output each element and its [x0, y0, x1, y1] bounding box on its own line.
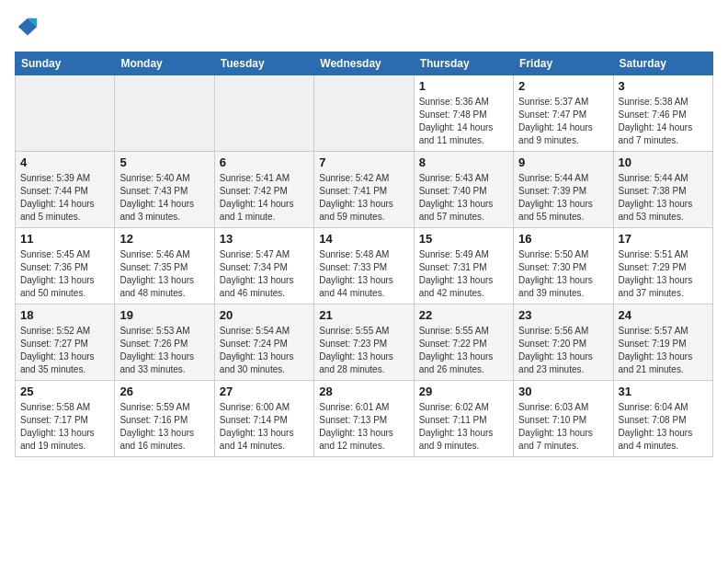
calendar-cell: 6Sunrise: 5:41 AM Sunset: 7:42 PM Daylig… [214, 152, 313, 228]
day-info: Sunrise: 5:50 AM Sunset: 7:30 PM Dayligh… [518, 248, 608, 300]
calendar-cell: 24Sunrise: 5:57 AM Sunset: 7:19 PM Dayli… [613, 304, 712, 381]
day-number: 12 [119, 232, 209, 246]
day-info: Sunrise: 5:47 AM Sunset: 7:34 PM Dayligh… [220, 248, 309, 300]
calendar-week-row: 11Sunrise: 5:45 AM Sunset: 7:36 PM Dayli… [16, 228, 713, 304]
calendar-cell: 12Sunrise: 5:46 AM Sunset: 7:35 PM Dayli… [115, 228, 214, 304]
day-info: Sunrise: 5:52 AM Sunset: 7:27 PM Dayligh… [20, 325, 109, 376]
day-number: 20 [220, 308, 309, 322]
calendar-cell: 9Sunrise: 5:44 AM Sunset: 7:39 PM Daylig… [514, 152, 613, 228]
calendar-cell [115, 75, 214, 152]
day-info: Sunrise: 6:02 AM Sunset: 7:11 PM Dayligh… [419, 401, 508, 453]
day-number: 14 [319, 232, 408, 246]
day-info: Sunrise: 5:41 AM Sunset: 7:42 PM Dayligh… [220, 172, 309, 224]
day-number: 6 [220, 155, 309, 169]
day-info: Sunrise: 5:42 AM Sunset: 7:41 PM Dayligh… [319, 172, 408, 224]
day-info: Sunrise: 5:51 AM Sunset: 7:29 PM Dayligh… [619, 248, 708, 300]
calendar-header: SundayMondayTuesdayWednesdayThursdayFrid… [16, 52, 713, 75]
calendar-cell: 13Sunrise: 5:47 AM Sunset: 7:34 PM Dayli… [214, 228, 313, 304]
day-info: Sunrise: 5:37 AM Sunset: 7:47 PM Dayligh… [518, 96, 608, 147]
day-info: Sunrise: 5:44 AM Sunset: 7:38 PM Dayligh… [619, 172, 708, 224]
weekday-row: SundayMondayTuesdayWednesdayThursdayFrid… [16, 52, 713, 75]
day-info: Sunrise: 5:38 AM Sunset: 7:46 PM Dayligh… [619, 96, 708, 147]
logo-icon [15, 15, 40, 40]
day-number: 7 [319, 155, 408, 169]
logo [15, 15, 44, 40]
weekday-header: Monday [115, 52, 214, 75]
day-number: 16 [518, 232, 608, 246]
calendar-cell: 30Sunrise: 6:03 AM Sunset: 7:10 PM Dayli… [514, 381, 613, 457]
day-number: 27 [220, 385, 309, 398]
calendar-cell: 29Sunrise: 6:02 AM Sunset: 7:11 PM Dayli… [414, 381, 513, 457]
day-number: 29 [419, 385, 508, 398]
day-number: 10 [619, 155, 708, 169]
calendar: SundayMondayTuesdayWednesdayThursdayFrid… [15, 52, 713, 457]
day-number: 28 [319, 385, 408, 398]
calendar-cell: 20Sunrise: 5:54 AM Sunset: 7:24 PM Dayli… [214, 304, 313, 381]
weekday-header: Tuesday [214, 52, 313, 75]
day-number: 31 [619, 385, 708, 398]
calendar-cell: 17Sunrise: 5:51 AM Sunset: 7:29 PM Dayli… [613, 228, 712, 304]
calendar-cell: 8Sunrise: 5:43 AM Sunset: 7:40 PM Daylig… [414, 152, 513, 228]
day-info: Sunrise: 5:40 AM Sunset: 7:43 PM Dayligh… [119, 172, 209, 224]
day-info: Sunrise: 5:55 AM Sunset: 7:22 PM Dayligh… [419, 325, 508, 376]
day-number: 2 [518, 79, 608, 93]
calendar-cell: 11Sunrise: 5:45 AM Sunset: 7:36 PM Dayli… [16, 228, 115, 304]
calendar-week-row: 18Sunrise: 5:52 AM Sunset: 7:27 PM Dayli… [16, 304, 713, 381]
weekday-header: Wednesday [314, 52, 414, 75]
calendar-cell [16, 75, 115, 152]
day-number: 23 [518, 308, 608, 322]
day-info: Sunrise: 5:46 AM Sunset: 7:35 PM Dayligh… [119, 248, 209, 300]
calendar-cell: 4Sunrise: 5:39 AM Sunset: 7:44 PM Daylig… [16, 152, 115, 228]
weekday-header: Saturday [613, 52, 712, 75]
day-info: Sunrise: 5:57 AM Sunset: 7:19 PM Dayligh… [619, 325, 708, 376]
calendar-cell [314, 75, 414, 152]
day-info: Sunrise: 5:53 AM Sunset: 7:26 PM Dayligh… [119, 325, 209, 376]
day-number: 13 [220, 232, 309, 246]
day-number: 1 [419, 79, 508, 93]
calendar-cell: 28Sunrise: 6:01 AM Sunset: 7:13 PM Dayli… [314, 381, 414, 457]
day-info: Sunrise: 5:45 AM Sunset: 7:36 PM Dayligh… [20, 248, 109, 300]
day-number: 21 [319, 308, 408, 322]
day-number: 17 [619, 232, 708, 246]
day-number: 3 [619, 79, 708, 93]
weekday-header: Thursday [414, 52, 513, 75]
day-info: Sunrise: 5:48 AM Sunset: 7:33 PM Dayligh… [319, 248, 408, 300]
calendar-cell: 5Sunrise: 5:40 AM Sunset: 7:43 PM Daylig… [115, 152, 214, 228]
calendar-cell: 14Sunrise: 5:48 AM Sunset: 7:33 PM Dayli… [314, 228, 414, 304]
calendar-cell: 27Sunrise: 6:00 AM Sunset: 7:14 PM Dayli… [214, 381, 313, 457]
day-number: 9 [518, 155, 608, 169]
calendar-week-row: 25Sunrise: 5:58 AM Sunset: 7:17 PM Dayli… [16, 381, 713, 457]
calendar-cell: 23Sunrise: 5:56 AM Sunset: 7:20 PM Dayli… [514, 304, 613, 381]
calendar-cell: 15Sunrise: 5:49 AM Sunset: 7:31 PM Dayli… [414, 228, 513, 304]
day-info: Sunrise: 6:04 AM Sunset: 7:08 PM Dayligh… [619, 401, 708, 453]
day-info: Sunrise: 5:36 AM Sunset: 7:48 PM Dayligh… [419, 96, 508, 147]
day-number: 15 [419, 232, 508, 246]
calendar-week-row: 1Sunrise: 5:36 AM Sunset: 7:48 PM Daylig… [16, 75, 713, 152]
day-info: Sunrise: 5:58 AM Sunset: 7:17 PM Dayligh… [20, 401, 109, 453]
day-number: 30 [518, 385, 608, 398]
day-info: Sunrise: 6:01 AM Sunset: 7:13 PM Dayligh… [319, 401, 408, 453]
day-number: 22 [419, 308, 508, 322]
calendar-cell: 22Sunrise: 5:55 AM Sunset: 7:22 PM Dayli… [414, 304, 513, 381]
weekday-header: Sunday [16, 52, 115, 75]
day-number: 5 [119, 155, 209, 169]
day-number: 26 [119, 385, 209, 398]
day-info: Sunrise: 5:59 AM Sunset: 7:16 PM Dayligh… [119, 401, 209, 453]
day-number: 8 [419, 155, 508, 169]
day-info: Sunrise: 5:44 AM Sunset: 7:39 PM Dayligh… [518, 172, 608, 224]
day-info: Sunrise: 5:55 AM Sunset: 7:23 PM Dayligh… [319, 325, 408, 376]
calendar-cell: 7Sunrise: 5:42 AM Sunset: 7:41 PM Daylig… [314, 152, 414, 228]
day-info: Sunrise: 5:56 AM Sunset: 7:20 PM Dayligh… [518, 325, 608, 376]
calendar-week-row: 4Sunrise: 5:39 AM Sunset: 7:44 PM Daylig… [16, 152, 713, 228]
calendar-cell: 26Sunrise: 5:59 AM Sunset: 7:16 PM Dayli… [115, 381, 214, 457]
calendar-cell: 19Sunrise: 5:53 AM Sunset: 7:26 PM Dayli… [115, 304, 214, 381]
day-number: 24 [619, 308, 708, 322]
calendar-cell: 31Sunrise: 6:04 AM Sunset: 7:08 PM Dayli… [613, 381, 712, 457]
day-number: 18 [20, 308, 109, 322]
page-header [15, 15, 713, 40]
weekday-header: Friday [514, 52, 613, 75]
day-info: Sunrise: 5:49 AM Sunset: 7:31 PM Dayligh… [419, 248, 508, 300]
day-info: Sunrise: 5:54 AM Sunset: 7:24 PM Dayligh… [220, 325, 309, 376]
calendar-cell: 3Sunrise: 5:38 AM Sunset: 7:46 PM Daylig… [613, 75, 712, 152]
day-number: 25 [20, 385, 109, 398]
